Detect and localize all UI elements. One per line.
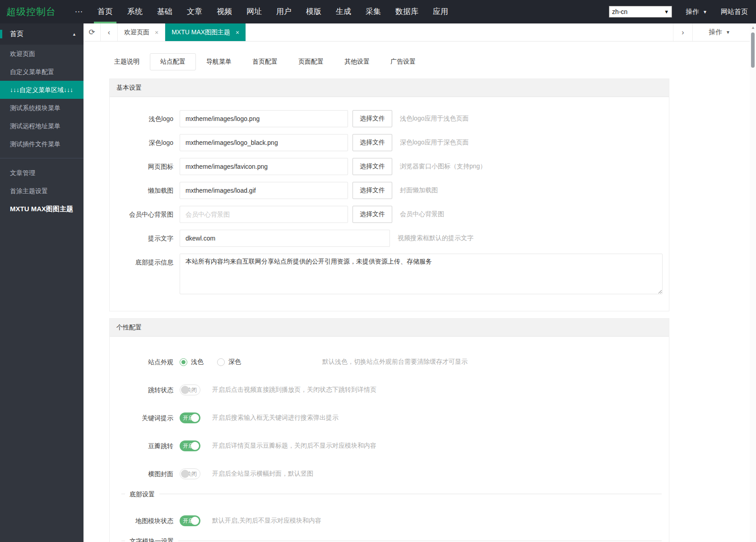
main-content: 主题说明 站点配置 导航菜单 首页配置 页面配置 其他设置 广告设置 基本设置 … xyxy=(83,42,756,542)
field-label: 浅色logo xyxy=(110,110,180,127)
nav-item-video[interactable]: 视频 xyxy=(209,0,239,23)
active-accent-bar xyxy=(0,30,2,38)
radio-light[interactable] xyxy=(180,358,187,366)
sidebar-item-test-system-module[interactable]: 测试系统模块菜单 xyxy=(0,99,83,117)
sidebar-divider xyxy=(0,158,83,158)
basic-settings-panel: 基本设置 浅色logo 选择文件 浅色logo应用于浅色页面 深色logo 选择… xyxy=(109,79,669,311)
tab-nav-menu[interactable]: 导航菜单 xyxy=(196,53,242,70)
footer-notice-textarea[interactable]: 本站所有内容均来自互联网分享站点所提供的公开引用资源，未提供资源上传、存储服务 xyxy=(180,254,663,294)
close-icon[interactable]: × xyxy=(155,29,158,36)
keyword-tip-toggle[interactable]: 开启 xyxy=(180,412,200,423)
dark-logo-input[interactable] xyxy=(180,134,348,151)
close-icon[interactable]: × xyxy=(236,29,239,36)
field-label: 横图封面 xyxy=(110,465,180,482)
toggle-knob xyxy=(181,470,189,478)
scrollbar-thumb[interactable] xyxy=(751,32,755,68)
landscape-cover-toggle[interactable]: 关闭 xyxy=(180,468,200,479)
light-logo-row: 浅色logo 选择文件 浅色logo应用于浅色页面 xyxy=(110,110,669,127)
more-menu-icon[interactable]: ⋯ xyxy=(71,7,87,17)
toggle-knob xyxy=(191,414,199,422)
sidebar-item-shoutu-theme[interactable]: 首涂主题设置 xyxy=(0,182,83,200)
choose-file-button[interactable]: 选择文件 xyxy=(352,182,392,199)
member-bg-input[interactable] xyxy=(180,206,348,223)
appearance-radio-group: 浅色 深色 xyxy=(180,358,255,366)
tab-ad-settings[interactable]: 广告设置 xyxy=(380,53,426,70)
nav-item-template[interactable]: 模版 xyxy=(299,0,329,23)
field-hint: 开启后详情页显示豆瓣标题，关闭后不显示对应模块和内容 xyxy=(212,442,376,450)
sidebar-item-test-remote-url[interactable]: 测试远程地址菜单 xyxy=(0,117,83,135)
choose-file-button[interactable]: 选择文件 xyxy=(352,110,392,127)
page-tabbar: ⟳ ‹ 欢迎页面 × MXTU MAX图图主题 × › 操作 ▼ xyxy=(83,23,756,42)
field-label: 关键词提示 xyxy=(110,409,180,426)
radio-light-label: 浅色 xyxy=(191,358,204,366)
jump-state-toggle[interactable]: 关闭 xyxy=(180,384,200,395)
scroll-up-icon[interactable]: ▲ xyxy=(751,25,755,30)
navbar-right: zh-cn ▼ 操作 ▼ 网站首页 xyxy=(609,6,748,18)
sidebar-item-article-manage[interactable]: 文章管理 xyxy=(0,164,83,182)
tabs-scroll-right-icon[interactable]: › xyxy=(673,23,693,41)
sidebar-item-welcome[interactable]: 欢迎页面 xyxy=(0,45,83,63)
keyword-tip-row: 关键词提示 开启 开启后搜索输入框无关键词进行搜索弹出提示 xyxy=(110,409,669,426)
sidebar: 首页 ▲ 欢迎页面 自定义菜单配置 ↓↓↓自定义菜单区域↓↓↓ 测试系统模块菜单… xyxy=(0,23,83,542)
radio-dark[interactable] xyxy=(217,358,225,366)
nav-item-user[interactable]: 用户 xyxy=(269,0,299,23)
sidebar-group-home[interactable]: 首页 ▲ xyxy=(0,23,83,45)
page-tab-mxtu-theme[interactable]: MXTU MAX图图主题 × xyxy=(165,23,246,41)
site-home-link[interactable]: 网站首页 xyxy=(721,8,748,16)
choose-file-button[interactable]: 选择文件 xyxy=(352,158,392,175)
refresh-icon[interactable]: ⟳ xyxy=(83,23,101,41)
nav-item-home[interactable]: 首页 xyxy=(90,0,120,23)
search-placeholder-input[interactable] xyxy=(180,230,390,247)
favicon-row: 网页图标 选择文件 浏览器窗口小图标（支持png） xyxy=(110,158,669,175)
choose-file-button[interactable]: 选择文件 xyxy=(352,206,392,223)
nav-item-basic[interactable]: 基础 xyxy=(150,0,180,23)
footer-notice-row: 底部提示信息 本站所有内容均来自互联网分享站点所提供的公开引用资源，未提供资源上… xyxy=(110,254,669,294)
page-tab-welcome[interactable]: 欢迎页面 × xyxy=(118,23,165,41)
field-hint: 默认开启,关闭后不显示对应模块和内容 xyxy=(212,517,321,525)
favicon-input[interactable] xyxy=(180,158,348,175)
radio-dark-label: 深色 xyxy=(228,358,241,366)
nav-item-database[interactable]: 数据库 xyxy=(388,0,426,23)
top-nav-menu: 首页 系统 基础 文章 视频 网址 用户 模版 生成 采集 数据库 应用 xyxy=(90,0,455,23)
sidebar-item-mxtu-theme[interactable]: MXTU MAX图图主题 xyxy=(0,200,83,218)
fieldset-legend: 底部设置 xyxy=(125,490,159,499)
nav-item-article[interactable]: 文章 xyxy=(180,0,209,23)
nav-item-url[interactable]: 网址 xyxy=(239,0,269,23)
collapse-arrow-icon: ▲ xyxy=(72,32,76,37)
choose-file-button[interactable]: 选择文件 xyxy=(352,134,392,151)
sidebar-item-custom-menu-config[interactable]: 自定义菜单配置 xyxy=(0,63,83,81)
nav-item-collect[interactable]: 采集 xyxy=(358,0,388,23)
field-label: 会员中心背景图 xyxy=(110,206,180,223)
vertical-scrollbar[interactable]: ▲ xyxy=(750,23,756,542)
map-module-toggle[interactable]: 开启 xyxy=(180,515,200,526)
lazyload-image-input[interactable] xyxy=(180,182,348,199)
tab-theme-description[interactable]: 主题说明 xyxy=(104,53,150,70)
field-label: 网页图标 xyxy=(110,158,180,175)
field-label: 跳转状态 xyxy=(110,381,180,398)
language-select[interactable]: zh-cn ▼ xyxy=(609,6,672,18)
tabs-scroll-left-icon[interactable]: ‹ xyxy=(101,23,118,41)
language-select-value: zh-cn xyxy=(612,8,627,15)
field-label: 站点外观 xyxy=(110,353,180,371)
tabbar-right: › 操作 ▼ xyxy=(673,23,756,41)
nav-item-app[interactable]: 应用 xyxy=(426,0,455,23)
toggle-knob xyxy=(191,442,199,450)
nav-item-generate[interactable]: 生成 xyxy=(329,0,358,23)
toggle-knob xyxy=(181,386,189,394)
tab-other-settings[interactable]: 其他设置 xyxy=(334,53,380,70)
chevron-down-icon: ▼ xyxy=(703,9,707,14)
footer-settings-fieldset: 底部设置 地图模块状态 开启 默认开启,关闭后不显示对应模块和内容 xyxy=(121,494,662,529)
search-placeholder-row: 提示文字 视频搜索框默认的提示文字 xyxy=(110,230,669,247)
navbar-action-dropdown[interactable]: 操作 ▼ xyxy=(686,8,707,16)
nav-item-system[interactable]: 系统 xyxy=(120,0,150,23)
tab-site-config[interactable]: 站点配置 xyxy=(150,53,196,70)
field-label: 懒加载图 xyxy=(110,182,180,199)
light-logo-input[interactable] xyxy=(180,110,348,127)
chevron-down-icon: ▼ xyxy=(664,9,669,14)
sidebar-item-custom-menu-area[interactable]: ↓↓↓自定义菜单区域↓↓↓ xyxy=(0,81,83,99)
douban-jump-toggle[interactable]: 开启 xyxy=(180,440,200,451)
tab-action-dropdown[interactable]: 操作 ▼ xyxy=(693,23,746,41)
sidebar-item-test-plugin-file[interactable]: 测试插件文件菜单 xyxy=(0,135,83,153)
tab-page-config[interactable]: 页面配置 xyxy=(288,53,334,70)
tab-homepage-config[interactable]: 首页配置 xyxy=(242,53,288,70)
